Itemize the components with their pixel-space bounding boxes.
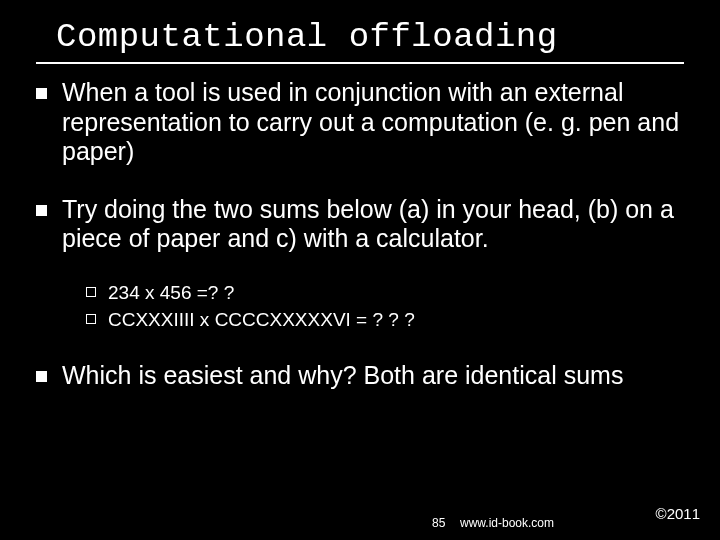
bullet-text: Try doing the two sums below (a) in your… xyxy=(62,195,674,253)
sub-bullet-text: CCXXXIIII x CCCCXXXXXVI = ? ? ? xyxy=(108,309,415,330)
bullet-item: Which is easiest and why? Both are ident… xyxy=(36,361,684,391)
title-rule xyxy=(36,62,684,64)
copyright: ©2011 xyxy=(656,505,700,522)
bullet-list: When a tool is used in conjunction with … xyxy=(36,78,684,390)
bullet-item: Try doing the two sums below (a) in your… xyxy=(36,195,684,333)
slide: Computational offloading When a tool is … xyxy=(0,0,720,540)
footer-url: www.id-book.com xyxy=(460,516,554,530)
sub-bullet-item: CCXXXIIII x CCCCXXXXXVI = ? ? ? xyxy=(86,307,684,333)
slide-content: When a tool is used in conjunction with … xyxy=(36,78,684,390)
slide-title: Computational offloading xyxy=(56,18,684,56)
sub-bullet-list: 234 x 456 =? ? CCXXXIIII x CCCCXXXXXVI =… xyxy=(62,280,684,333)
bullet-item: When a tool is used in conjunction with … xyxy=(36,78,684,167)
sub-bullet-item: 234 x 456 =? ? xyxy=(86,280,684,306)
sub-bullet-text: 234 x 456 =? ? xyxy=(108,282,234,303)
bullet-text: When a tool is used in conjunction with … xyxy=(62,78,679,165)
page-number: 85 xyxy=(432,516,445,530)
bullet-text: Which is easiest and why? Both are ident… xyxy=(62,361,623,389)
footer: 85 www.id-book.com ©2011 xyxy=(0,512,720,530)
